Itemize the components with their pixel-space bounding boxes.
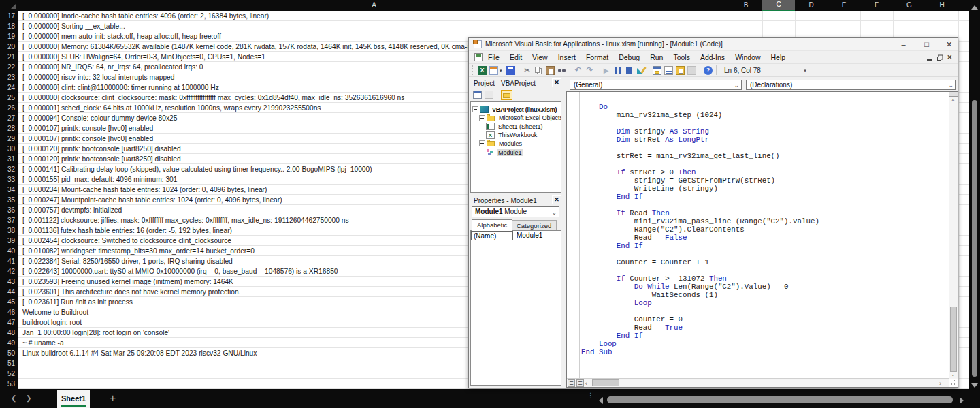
scroll-right-icon[interactable] [960, 397, 964, 404]
row-header-39[interactable]: 39 [0, 236, 18, 246]
row-header-51[interactable]: 51 [0, 358, 18, 368]
row-header-33[interactable]: 33 [0, 174, 18, 185]
sheet-tab[interactable]: Sheet1 [57, 390, 90, 408]
row-header-47[interactable]: 47 [0, 317, 18, 328]
menu-add-ins[interactable]: Add-Ins [700, 51, 725, 64]
cell-A46[interactable]: Welcome to Buildroot [22, 307, 88, 317]
column-header-E[interactable]: E [828, 0, 860, 11]
child-minimize-icon[interactable] [927, 55, 932, 61]
row-header-48[interactable]: 48 [0, 328, 18, 338]
row-header-50[interactable]: 50 [0, 348, 18, 358]
cell-A47[interactable]: buildroot login: root [22, 317, 82, 328]
cell-A44[interactable]: [ 0.023601] This architecture does not h… [22, 287, 241, 297]
menu-view[interactable]: View [532, 51, 548, 64]
row-header-29[interactable]: 29 [0, 134, 18, 144]
vba-titlebar[interactable]: Microsoft Visual Basic for Applications … [469, 38, 958, 51]
cut-icon[interactable]: ✂ [523, 66, 532, 75]
menu-run[interactable]: Run [650, 51, 663, 64]
vertical-scroll-thumb[interactable] [972, 100, 977, 377]
object-browser-icon[interactable] [676, 66, 685, 75]
row-header-28[interactable]: 28 [0, 123, 18, 134]
view-excel-icon[interactable]: X [478, 66, 487, 75]
cell-A22[interactable]: [ 0.000000] NR_IRQS: 64, nr_irqs: 64, pr… [22, 62, 203, 72]
row-header-40[interactable]: 40 [0, 246, 18, 256]
cell-A30[interactable]: [ 0.000120] printk: bootconsole [uart825… [22, 144, 181, 154]
menu-window[interactable]: Window [735, 51, 760, 64]
next-sheet-icon[interactable]: ❯ [26, 389, 31, 408]
row-header-22[interactable]: 22 [0, 62, 18, 72]
cell-A49[interactable]: ~ # uname -a [22, 338, 64, 348]
cell-A50[interactable]: Linux buildroot 6.1.14 #4 Sat Mar 25 09:… [22, 348, 257, 358]
child-restore-icon[interactable] [937, 57, 941, 61]
scroll-up-icon[interactable] [971, 4, 978, 10]
find-icon[interactable] [557, 66, 566, 75]
menu-help[interactable]: Help [770, 51, 785, 64]
row-header-18[interactable]: 18 [0, 21, 18, 31]
view-full-module-icon[interactable]: ☰ [576, 379, 584, 387]
cell-A36[interactable]: [ 0.000757] devtmpfs: initialized [22, 205, 122, 215]
row-header-36[interactable]: 36 [0, 205, 18, 215]
menu-debug[interactable]: Debug [619, 51, 640, 64]
menu-format[interactable]: Format [586, 51, 608, 64]
row-header-32[interactable]: 32 [0, 164, 18, 174]
code-scroll-down-icon[interactable]: ⌄ [951, 371, 956, 377]
view-margin-toggle-icon[interactable]: ☰ [568, 379, 575, 387]
cell-A40[interactable]: [ 0.010082] workingset: timestamp_bits=3… [22, 246, 255, 256]
code-scroll-up-icon[interactable]: ⌃ [951, 99, 956, 105]
scroll-left-icon[interactable] [599, 397, 603, 404]
code-scroll-right-icon[interactable]: › [939, 380, 941, 387]
code-horizontal-scrollbar[interactable]: ☰ ☰ ‹ › [567, 378, 949, 387]
cell-A20[interactable]: [ 0.000000] Memory: 61384K/65532K availa… [22, 42, 497, 52]
stop-icon[interactable] [625, 66, 634, 75]
row-header-35[interactable]: 35 [0, 195, 18, 205]
properties-window-icon[interactable] [664, 66, 673, 75]
project-explorer-icon[interactable] [653, 66, 662, 75]
row-header-37[interactable]: 37 [0, 215, 18, 225]
tab-alphabetic[interactable]: Alphabetic [472, 219, 512, 231]
save-icon[interactable] [506, 66, 515, 75]
cell-A33[interactable]: [ 0.000155] pid_max: default: 4096 minim… [22, 174, 177, 185]
cell-A34[interactable]: [ 0.000234] Mount-cache hash table entri… [22, 185, 267, 195]
cell-A43[interactable]: [ 0.023593] Freeing unused kernel image … [22, 277, 233, 287]
row-header-27[interactable]: 27 [0, 113, 18, 123]
cell-A26[interactable]: [ 0.000001] sched_clock: 64 bits at 1000… [22, 103, 321, 113]
menu-insert[interactable]: Insert [558, 51, 576, 64]
child-close-icon[interactable]: ✕ [947, 54, 952, 61]
code-margin[interactable] [567, 92, 580, 387]
column-header-H[interactable]: H [926, 0, 958, 11]
run-icon[interactable]: ▶ [602, 66, 610, 75]
column-header-D[interactable]: D [795, 0, 828, 11]
code-hscroll-thumb[interactable] [592, 379, 619, 386]
column-header-B[interactable]: B [730, 0, 762, 11]
code-text[interactable]: Do mini_rv32ima_step (1024) Dim stringy … [581, 103, 819, 356]
row-header-45[interactable]: 45 [0, 297, 18, 307]
cell-A23[interactable]: [ 0.000000] riscv-intc: 32 local interru… [22, 72, 174, 82]
row-header-26[interactable]: 26 [0, 103, 18, 113]
row-header-43[interactable]: 43 [0, 277, 18, 287]
code-scroll-left-icon[interactable]: ‹ [585, 380, 587, 387]
toolbar-overflow-icon[interactable]: ▾ [801, 65, 809, 76]
cell-A17[interactable]: [ 0.000000] Inode-cache hash table entri… [22, 11, 269, 21]
cell-A37[interactable]: [ 0.001122] clocksource: jiffies: mask: … [22, 215, 349, 225]
scroll-down-icon[interactable] [971, 383, 978, 389]
insert-dropdown-icon[interactable]: ▾ [500, 66, 505, 75]
row-header-30[interactable]: 30 [0, 144, 18, 154]
object-dropdown[interactable]: (General)⌄ [570, 80, 742, 90]
horizontal-scroll-thumb[interactable] [607, 396, 953, 403]
row-header-42[interactable]: 42 [0, 266, 18, 277]
column-header-G[interactable]: G [893, 0, 926, 11]
row-header-21[interactable]: 21 [0, 52, 18, 62]
menu-tools[interactable]: Tools [673, 51, 690, 64]
select-all-corner[interactable] [0, 0, 18, 11]
code-editor[interactable]: Do mini_rv32ima_step (1024) Dim stringy … [566, 91, 958, 388]
pause-icon[interactable] [613, 66, 622, 75]
cell-A25[interactable]: [ 0.000000] clocksource: clint_clocksour… [22, 93, 404, 103]
cell-A18[interactable]: [ 0.000000] Sorting __ex_table... [22, 21, 125, 31]
cell-A24[interactable]: [ 0.000000] clint: clint@11000000: timer… [22, 82, 219, 93]
minimize-icon[interactable]: – [898, 40, 909, 50]
row-header-52[interactable]: 52 [0, 368, 18, 379]
resize-grip[interactable] [949, 379, 957, 386]
paste-icon[interactable] [546, 66, 555, 75]
row-header-46[interactable]: 46 [0, 307, 18, 317]
row-header-23[interactable]: 23 [0, 72, 18, 82]
